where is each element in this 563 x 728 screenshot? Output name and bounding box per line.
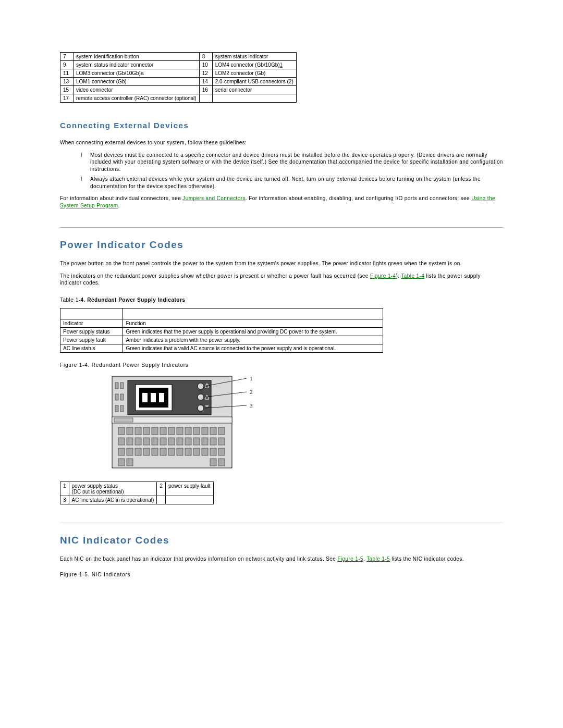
table-row: Power supply fault Amber indicates a pro… [60, 336, 383, 344]
svg-rect-56 [202, 448, 208, 455]
figure-caption: Figure 1-4. Redundant Power Supply Indic… [60, 362, 503, 368]
cell-number: 12 [199, 69, 212, 78]
callout-1: 1 [250, 375, 253, 381]
cell-number: 11 [60, 69, 74, 78]
section-heading-power: Power Indicator Codes [60, 239, 503, 251]
svg-rect-34 [127, 438, 133, 445]
svg-point-9 [198, 405, 204, 411]
cell-desc: power supply status (DC out is operation… [69, 482, 157, 496]
cell-number: 7 [60, 53, 74, 61]
link-jumpers-connectors[interactable]: Jumpers and Connectors [182, 195, 246, 201]
svg-rect-15 [120, 394, 124, 400]
paragraph: Each NIC on the back panel has an indica… [60, 556, 503, 563]
cell-desc: 2.0-compliant USB connectors (2) [212, 78, 296, 86]
cell-function: Green indicates that a valid AC source i… [123, 344, 383, 352]
svg-rect-24 [152, 427, 158, 435]
cell-desc: system identification button [74, 53, 200, 61]
power-indicators-table: Indicator Function Power supply status G… [60, 308, 383, 353]
section-heading-connecting: Connecting External Devices [60, 121, 503, 130]
svg-rect-14 [115, 394, 118, 400]
paragraph: For information about individual connect… [60, 195, 503, 209]
table-caption: Table 1-4. Redundant Power Supply Indica… [60, 297, 503, 303]
cell-desc: system status indicator connector [74, 61, 200, 69]
svg-rect-57 [210, 448, 216, 455]
svg-rect-42 [193, 438, 200, 445]
table-row: Power supply status Green indicates that… [60, 327, 383, 336]
svg-rect-59 [118, 459, 125, 466]
svg-rect-27 [177, 427, 183, 435]
cell-desc [165, 496, 213, 504]
table-row: 17 remote access controller (RAC) connec… [60, 94, 297, 103]
svg-rect-38 [160, 438, 166, 445]
table-header-row: Indicator Function [60, 319, 383, 327]
svg-rect-5 [151, 393, 156, 402]
svg-rect-12 [115, 382, 118, 389]
cell-function: Amber indicates a problem with the power… [123, 336, 383, 344]
svg-rect-45 [218, 438, 225, 445]
svg-rect-28 [185, 427, 191, 435]
svg-rect-47 [127, 448, 133, 455]
cell-desc: serial connector [212, 86, 296, 94]
svg-rect-41 [185, 438, 191, 445]
footnote-link[interactable]: 1 [280, 62, 283, 68]
svg-rect-46 [118, 448, 125, 455]
svg-rect-30 [202, 427, 208, 435]
link-figure-1-4[interactable]: Figure 1-4 [370, 273, 396, 279]
table-row: 15 video connector 16 serial connector [60, 86, 297, 94]
svg-rect-52 [168, 448, 175, 455]
svg-rect-19 [114, 418, 133, 422]
list-item: Always attach external devices while you… [81, 176, 503, 190]
separator [60, 227, 503, 228]
svg-rect-61 [210, 459, 216, 466]
cell-number: 13 [60, 78, 74, 86]
svg-rect-25 [160, 427, 166, 435]
svg-rect-36 [143, 438, 150, 445]
table-row: AC line status Green indicates that a va… [60, 344, 383, 352]
cell-indicator: Power supply status [60, 327, 123, 336]
cell-desc: power supply fault [165, 482, 213, 496]
svg-rect-37 [152, 438, 158, 445]
svg-rect-6 [159, 393, 164, 402]
cell-desc [212, 94, 296, 103]
link-figure-1-5[interactable]: Figure 1-5 [337, 556, 363, 562]
svg-rect-51 [160, 448, 166, 455]
cell-number: 8 [199, 53, 212, 61]
figure-caption: Figure 1-5. NIC Indicators [60, 572, 503, 577]
svg-rect-54 [185, 448, 191, 455]
link-table-1-5[interactable]: Table 1-5 [366, 556, 390, 562]
separator [60, 523, 503, 523]
svg-rect-32 [218, 427, 225, 435]
cell-number: 15 [60, 86, 74, 94]
svg-rect-26 [168, 427, 175, 435]
svg-rect-50 [152, 448, 158, 455]
paragraph: The indicators on the redundant power su… [60, 273, 503, 287]
svg-rect-22 [135, 427, 141, 435]
table-row: 1 power supply status (DC out is operati… [60, 482, 214, 496]
cell-number: 3 [60, 496, 69, 504]
power-supply-figure: 1 2 3 [107, 373, 503, 472]
svg-rect-39 [168, 438, 175, 445]
cell-number: 17 [60, 94, 74, 103]
table-row: 13 LOM1 connector (Gb) 14 2.0-compliant … [60, 78, 297, 86]
guideline-list: Most devices must be connected to a spec… [60, 152, 503, 190]
svg-rect-49 [143, 448, 150, 455]
svg-rect-43 [202, 438, 208, 445]
svg-rect-23 [143, 427, 150, 435]
table-row: 7 system identification button 8 system … [60, 53, 297, 61]
table-row: 9 system status indicator connector 10 L… [60, 61, 297, 69]
paragraph: The power button on the front panel cont… [60, 260, 503, 267]
svg-point-7 [198, 383, 204, 389]
cell-number: 2 [157, 482, 166, 496]
callout-table: 1 power supply status (DC out is operati… [60, 482, 214, 504]
svg-rect-44 [210, 438, 216, 445]
svg-rect-62 [218, 459, 225, 466]
cell-desc: LOM3 connector (Gb/10Gb)a [74, 69, 200, 78]
svg-rect-20 [118, 427, 125, 435]
svg-rect-13 [120, 382, 124, 389]
svg-rect-40 [177, 438, 183, 445]
list-item: Most devices must be connected to a spec… [81, 152, 503, 173]
cell-desc: LOM2 connector (Gb) [212, 69, 296, 78]
cell-desc: LOM1 connector (Gb) [74, 78, 200, 86]
svg-rect-58 [218, 448, 225, 455]
link-table-1-4[interactable]: Table 1-4 [401, 273, 424, 279]
